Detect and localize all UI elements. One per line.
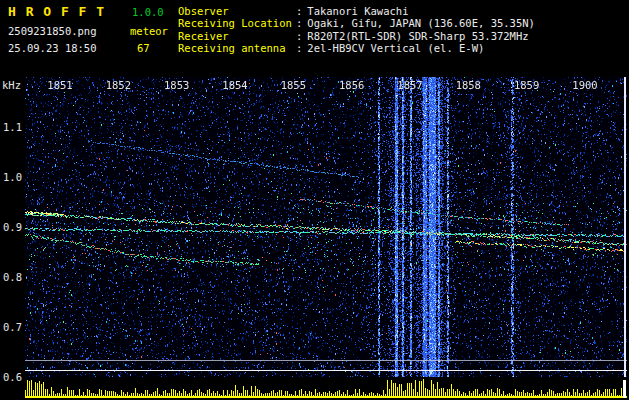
- info-label: Observer: [178, 5, 296, 17]
- info-value: 2el-HB9CV Vertical (el. E-W): [307, 42, 484, 54]
- info-separator: :: [296, 42, 302, 54]
- timestamp: 25.09.23 18:50: [8, 42, 97, 54]
- y-axis-unit-label: kHz: [2, 79, 21, 91]
- info-label: Receiving antenna: [178, 42, 296, 54]
- y-axis-tick-0.9: 0.9: [3, 221, 22, 233]
- info-value: Takanori Kawachi: [307, 5, 408, 17]
- info-separator: :: [296, 30, 302, 42]
- x-axis-tick-1855: 1855: [281, 79, 306, 91]
- info-value: R820T2(RTL-SDR) SDR-Sharp 53.372MHz: [307, 30, 528, 42]
- y-axis-tick-0.6: 0.6: [3, 371, 22, 383]
- station-info: Observer:Takanori Kawachi Receiving Loca…: [178, 5, 535, 55]
- x-axis-tick-1852: 1852: [106, 79, 131, 91]
- info-row-antenna: Receiving antenna:2el-HB9CV Vertical (el…: [178, 42, 535, 54]
- output-filename: 2509231850.png: [8, 25, 97, 37]
- hrofft-output-screen: H R O F F T 1.0.0 2509231850.png meteor …: [0, 0, 629, 400]
- info-row-location: Receiving Location:Ogaki, Gifu, JAPAN (1…: [178, 17, 535, 29]
- x-axis-tick-1859: 1859: [514, 79, 539, 91]
- x-axis-tick-1856: 1856: [339, 79, 364, 91]
- x-axis-tick-1900: 1900: [572, 79, 597, 91]
- info-label: Receiving Location: [178, 17, 296, 29]
- signal-level-meter-canvas: [25, 378, 627, 398]
- info-row-receiver: Receiver:R820T2(RTL-SDR) SDR-Sharp 53.37…: [178, 30, 535, 42]
- y-axis-tick-0.7: 0.7: [3, 321, 22, 333]
- info-label: Receiver: [178, 30, 296, 42]
- spectrogram-canvas: [25, 77, 627, 377]
- y-axis-tick-1.0: 1.0: [3, 171, 22, 183]
- app-title: H R O F F T: [8, 4, 105, 19]
- y-axis-tick-1.1: 1.1: [3, 121, 22, 133]
- app-version: 1.0.0: [132, 6, 164, 18]
- info-row-observer: Observer:Takanori Kawachi: [178, 5, 535, 17]
- x-axis-tick-1853: 1853: [164, 79, 189, 91]
- x-axis-tick-1854: 1854: [222, 79, 247, 91]
- info-value: Ogaki, Gifu, JAPAN (136.60E, 35.35N): [307, 17, 535, 29]
- echo-count: 67: [137, 42, 150, 54]
- mode-label: meteor: [130, 25, 168, 37]
- info-separator: :: [296, 17, 302, 29]
- x-axis-tick-1858: 1858: [456, 79, 481, 91]
- x-axis-tick-1857: 1857: [397, 79, 422, 91]
- x-axis-tick-1851: 1851: [47, 79, 72, 91]
- info-separator: :: [296, 5, 302, 17]
- y-axis-tick-0.8: 0.8: [3, 271, 22, 283]
